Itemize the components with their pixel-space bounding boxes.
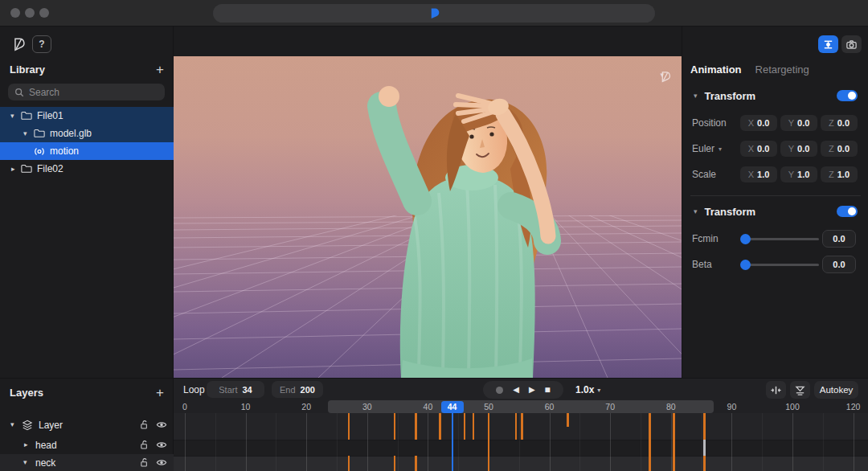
layer-row-neck[interactable]: ▾ neck [0,454,174,471]
help-button[interactable]: ? [32,35,51,53]
keyframe-marker[interactable] [439,413,441,440]
camera-icon [845,39,858,51]
tree-item-file02[interactable]: ▸ File02 [0,160,174,178]
keyframe-marker[interactable] [673,440,675,456]
keyframe-marker[interactable] [415,456,417,471]
window-zoom-button[interactable] [39,8,49,18]
library-search[interactable] [8,84,165,100]
keyframe-marker[interactable] [488,456,490,471]
chevron-down-icon[interactable]: ▾ [23,458,27,466]
window-minimize-button[interactable] [25,8,35,18]
eye-icon[interactable] [156,440,167,450]
keyframe-marker[interactable] [515,413,518,440]
position-label: Position [692,117,727,129]
tree-item-file01[interactable]: ▾ File01 [0,107,174,125]
transform2-section-header[interactable]: ▾ Transform [682,203,868,219]
window-close-button[interactable] [10,8,20,18]
keyframe-marker[interactable] [394,456,396,471]
layer-row-layer[interactable]: ▾ Layer [0,416,174,434]
position-z-field[interactable]: Z 0.0 [821,115,858,131]
keyframe-marker[interactable] [415,413,417,440]
viewport-gizmo-dropdown[interactable]: ▾ [660,71,664,79]
lock-open-icon[interactable] [139,457,149,468]
playhead-badge[interactable]: 44 [441,401,464,413]
tab-retargeting[interactable]: Retargeting [755,63,809,76]
keyframe-marker[interactable] [649,413,651,440]
chevron-down-icon[interactable]: ▾ [10,112,14,120]
keyframe-marker[interactable] [703,440,706,456]
end-frame-field[interactable]: End 200 [272,381,323,398]
library-add-button[interactable]: + [156,63,164,76]
chevron-down-icon[interactable]: ▾ [23,129,27,137]
keyframe-marker[interactable] [673,413,675,440]
transform-section-header[interactable]: ▾ Transform [682,88,868,104]
keyframe-marker[interactable] [673,456,675,471]
camera-mode-button[interactable] [841,35,862,53]
stop-button[interactable]: ■ [545,386,551,394]
tween-icon [822,39,834,51]
beta-value[interactable]: 0.0 [822,256,856,273]
jump-to-keyframe-button[interactable] [766,381,786,399]
loop-label[interactable]: Loop [183,384,205,395]
keyframe-marker[interactable] [488,413,490,440]
transform-toggle[interactable] [837,90,858,101]
timeline-ruler[interactable]: 0102030405060708090100120 [174,400,868,413]
play-button[interactable]: ▶ [529,386,535,394]
slider-thumb[interactable] [740,260,751,270]
fcmin-value[interactable]: 0.0 [822,230,856,248]
record-button[interactable] [496,387,503,394]
animation-mode-button[interactable] [818,35,838,53]
tree-item-motion-selected[interactable]: motion [0,142,174,160]
app-menu-button[interactable] [10,35,29,53]
fcmin-slider[interactable] [742,238,819,240]
eye-icon[interactable] [156,457,167,468]
tree-item-model-glb[interactable]: ▾ model.glb [0,125,174,142]
eye-icon[interactable] [156,420,167,430]
beta-slider[interactable] [742,264,819,266]
layer-row-head[interactable]: ▸ head [0,436,174,454]
playhead-line[interactable] [452,413,453,471]
lock-open-icon[interactable] [139,420,149,430]
position-x-field[interactable]: X 0.0 [740,115,777,131]
chevron-down-icon[interactable]: ▾ [719,145,722,153]
scale-y-field[interactable]: Y 1.0 [780,166,817,182]
loop-region-band[interactable] [328,400,714,413]
keyframe-marker[interactable] [464,413,466,440]
keyframe-marker[interactable] [348,456,350,471]
keyframe-marker[interactable] [521,413,523,440]
search-input[interactable] [29,87,141,98]
keyframe-marker[interactable] [703,456,706,471]
scale-z-field[interactable]: Z 1.0 [821,166,858,182]
transform2-toggle[interactable] [837,206,858,217]
autokey-button[interactable]: Autokey [814,381,858,399]
lock-open-icon[interactable] [139,440,149,450]
tab-animation[interactable]: Animation [690,63,742,76]
keyframe-marker[interactable] [649,456,651,471]
viewport-3d[interactable]: ▾ [174,56,682,378]
chevron-right-icon[interactable]: ▸ [24,440,28,448]
playback-speed-dropdown[interactable]: 1.0x ▾ [575,384,600,395]
keyframe-marker[interactable] [567,413,569,427]
keyframe-marker[interactable] [394,413,396,440]
step-back-button[interactable]: ◀ [513,386,519,394]
timeline-tracks[interactable] [174,413,868,471]
chevron-right-icon[interactable]: ▸ [11,165,15,173]
keyframe-marker[interactable] [649,440,651,456]
keyframe-marker[interactable] [703,413,706,440]
keyframe-marker[interactable] [488,440,490,456]
inspector-panel: Animation Retargeting ▾ Transform Positi… [682,27,868,378]
position-y-field[interactable]: Y 0.0 [780,115,817,131]
bake-keyframes-button[interactable] [790,381,810,399]
start-frame-field[interactable]: Start 34 [207,381,264,398]
keyframe-marker[interactable] [348,413,350,440]
chevron-down-icon[interactable]: ▾ [10,420,14,428]
euler-y-field[interactable]: Y 0.0 [780,141,817,157]
keyframe-marker[interactable] [473,413,475,440]
titlebar-tab[interactable] [213,4,655,23]
scale-x-field[interactable]: X 1.0 [740,166,777,182]
chevron-down-icon: ▾ [597,387,600,394]
euler-x-field[interactable]: X 0.0 [740,141,777,157]
layers-add-button[interactable]: + [156,386,164,399]
euler-z-field[interactable]: Z 0.0 [821,141,858,157]
slider-thumb[interactable] [740,234,751,244]
